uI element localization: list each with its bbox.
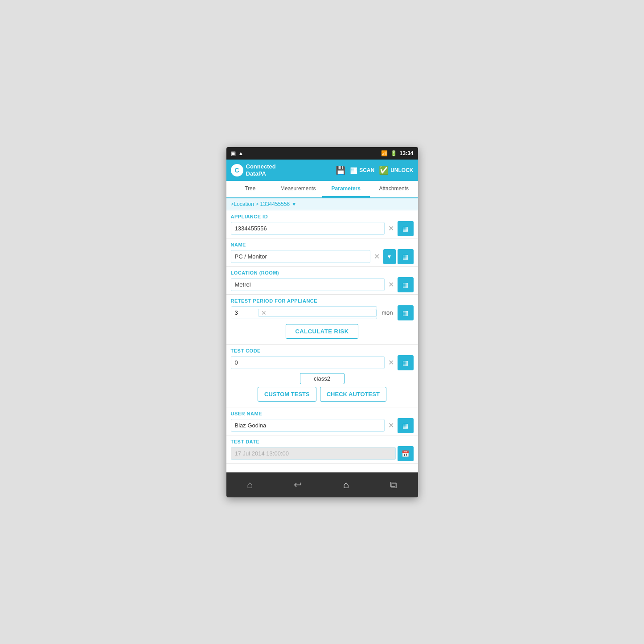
unlock-icon: ✅ [379, 165, 389, 175]
barcode-icon-5: ▦ [402, 359, 408, 366]
username-row: ✕ ▦ [231, 418, 414, 433]
screen-wrapper: ▣ ▲ 📶 🔋 13:34 C Connected DataPA 💾 ▦ SCA… [226, 147, 418, 497]
breadcrumb[interactable]: >Location > 1334455556 ▼ [226, 198, 418, 210]
barcode-icon-2: ▦ [402, 253, 408, 260]
appliance-id-row: ✕ ▦ [231, 221, 414, 236]
retest-input[interactable] [231, 307, 258, 319]
menu-icon: ⌂ [343, 479, 349, 490]
appliance-id-input[interactable] [231, 222, 385, 235]
tab-tree[interactable]: Tree [226, 181, 275, 197]
tabs-bar: Tree Measurements Parameters Attachments [226, 181, 418, 198]
nav-back[interactable]: ↩ [287, 477, 308, 492]
back-icon: ↩ [294, 479, 302, 490]
test-code-clear[interactable]: ✕ [386, 358, 396, 367]
logo-text: Connected DataPA [246, 163, 276, 177]
status-icon-2: ▲ [238, 150, 244, 156]
barcode-icon-6: ▦ [402, 422, 408, 429]
form-content: APPLIANCE ID ✕ ▦ NAME ✕ ▼ ▦ LO [226, 210, 418, 472]
name-input[interactable] [231, 250, 370, 263]
barcode-icon-4: ▦ [402, 309, 408, 316]
location-barcode[interactable]: ▦ [398, 277, 414, 292]
status-bar-right: 📶 🔋 13:34 [381, 150, 414, 156]
appliance-id-clear[interactable]: ✕ [386, 224, 396, 233]
test-buttons-row: CUSTOM TESTS CHECK AUTOTEST [231, 387, 414, 402]
test-date-field: TEST DATE 📅 [226, 435, 418, 464]
location-row: ✕ ▦ [231, 277, 414, 292]
appliance-id-field: APPLIANCE ID ✕ ▦ [226, 210, 418, 238]
header-actions: 💾 ▦ SCAN ✅ UNLOCK [336, 165, 413, 175]
barcode-icon-3: ▦ [402, 281, 408, 288]
unlock-button[interactable]: ✅ UNLOCK [379, 165, 413, 175]
username-clear[interactable]: ✕ [386, 421, 396, 430]
barcode-icon-1: ▦ [402, 225, 408, 232]
retest-input-wrap: ✕ [231, 306, 377, 319]
scan-button[interactable]: ▦ SCAN [350, 165, 374, 175]
location-field: LOCATION (ROOM) ✕ ▦ [226, 267, 418, 295]
retest-unit: mon [379, 309, 395, 316]
tab-attachments[interactable]: Attachments [370, 181, 418, 197]
status-icon-1: ▣ [231, 150, 236, 156]
class-badge: class2 [300, 373, 345, 384]
name-clear[interactable]: ✕ [372, 252, 381, 261]
retest-field: RETEST PERIOD FOR APPLIANCE ✕ mon ▦ CALC… [226, 295, 418, 345]
test-code-label: TEST CODE [231, 348, 414, 353]
calculate-risk-row: CALCULATE RISK [231, 320, 414, 342]
nav-apps[interactable]: ⧉ [384, 477, 403, 492]
status-bar: ▣ ▲ 📶 🔋 13:34 [226, 147, 418, 160]
test-code-row: ✕ ▦ [231, 355, 414, 370]
class-badge-row: class2 [231, 373, 414, 384]
username-field: USER NAME ✕ ▦ [226, 407, 418, 435]
test-date-row: 📅 [231, 446, 414, 461]
logo-icon: C [231, 164, 243, 176]
scan-icon: ▦ [350, 165, 357, 175]
time-display: 13:34 [400, 150, 414, 156]
test-date-label: TEST DATE [231, 439, 414, 444]
test-date-picker[interactable]: 📅 [398, 446, 414, 461]
calendar-icon: 📅 [402, 450, 409, 457]
retest-label: RETEST PERIOD FOR APPLIANCE [231, 298, 414, 304]
name-field: NAME ✕ ▼ ▦ [226, 238, 418, 267]
name-dropdown[interactable]: ▼ [383, 249, 396, 264]
name-barcode[interactable]: ▦ [398, 249, 414, 264]
name-row: ✕ ▼ ▦ [231, 249, 414, 264]
status-bar-left: ▣ ▲ [231, 150, 244, 156]
test-code-barcode[interactable]: ▦ [398, 355, 414, 370]
tab-parameters[interactable]: Parameters [322, 181, 370, 197]
username-barcode[interactable]: ▦ [398, 418, 414, 433]
wifi-icon: 📶 [381, 150, 388, 156]
username-input[interactable] [231, 419, 385, 432]
appliance-id-barcode[interactable]: ▦ [398, 221, 414, 236]
spacer [226, 464, 418, 472]
test-code-section: TEST CODE ✕ ▦ class2 CUSTOM TESTS CHECK … [226, 345, 418, 407]
appliance-id-label: APPLIANCE ID [231, 214, 414, 219]
custom-tests-button[interactable]: CUSTOM TESTS [258, 387, 316, 402]
name-label: NAME [231, 242, 414, 247]
retest-clear[interactable]: ✕ [258, 309, 377, 317]
app-logo: C Connected DataPA [231, 163, 276, 177]
apps-icon: ⧉ [390, 479, 397, 490]
location-label: LOCATION (ROOM) [231, 270, 414, 275]
nav-menu[interactable]: ⌂ [337, 477, 355, 492]
check-autotest-button[interactable]: CHECK AUTOTEST [320, 387, 386, 402]
save-icon: 💾 [336, 165, 345, 175]
battery-icon: 🔋 [390, 150, 397, 156]
username-label: USER NAME [231, 411, 414, 416]
save-button[interactable]: 💾 [336, 165, 345, 175]
tab-measurements[interactable]: Measurements [274, 181, 322, 197]
bottom-nav: ⌂ ↩ ⌂ ⧉ [226, 472, 418, 497]
retest-barcode[interactable]: ▦ [398, 305, 414, 320]
location-clear[interactable]: ✕ [386, 280, 396, 289]
app-header: C Connected DataPA 💾 ▦ SCAN ✅ UNLOCK [226, 160, 418, 181]
test-date-input[interactable] [231, 447, 396, 460]
home-icon: ⌂ [247, 479, 253, 490]
calculate-risk-button[interactable]: CALCULATE RISK [286, 324, 358, 339]
retest-row: ✕ mon ▦ [231, 305, 414, 320]
location-input[interactable] [231, 278, 385, 291]
nav-home[interactable]: ⌂ [241, 477, 259, 492]
test-code-input[interactable] [231, 356, 385, 369]
